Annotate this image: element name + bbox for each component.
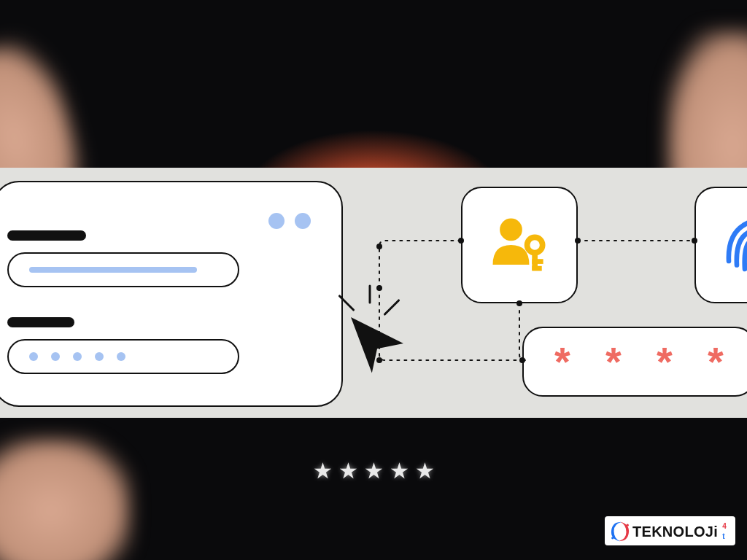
star-icon: ★	[390, 458, 409, 483]
password-label-placeholder	[7, 317, 74, 327]
fingerprint-icon	[713, 205, 747, 285]
asterisk-icon: *	[554, 341, 570, 382]
svg-point-1	[527, 237, 543, 252]
star-icon: ★	[415, 458, 435, 483]
login-card	[0, 181, 343, 407]
asterisk-icon: *	[708, 341, 724, 382]
password-dot	[51, 352, 60, 361]
asterisk-icon: *	[605, 341, 622, 382]
password-dot	[29, 352, 38, 361]
svg-point-13	[626, 524, 628, 526]
svg-point-14	[611, 537, 614, 539]
user-key-icon	[484, 210, 554, 280]
asterisk-icon: *	[657, 341, 673, 382]
password-field-group	[7, 317, 239, 374]
brand-swirl-icon	[608, 519, 632, 544]
watermark-logo: TEKNOLOJi 4 t	[605, 516, 735, 545]
svg-point-5	[376, 285, 382, 291]
svg-point-6	[376, 244, 382, 249]
svg-rect-4	[532, 266, 541, 271]
cursor-click-icon	[328, 293, 423, 388]
password-dot	[73, 352, 82, 361]
rating-stars: ★ ★ ★ ★ ★	[0, 458, 747, 483]
password-asterisks-tile: * * * *	[522, 327, 747, 397]
svg-rect-3	[532, 259, 543, 264]
star-icon: ★	[313, 458, 333, 483]
hand-blur-bottom-left	[0, 438, 131, 560]
brand-suffix-bottom: t	[719, 532, 729, 542]
svg-point-0	[500, 219, 522, 241]
illustration-panel: * * * *	[0, 168, 747, 418]
username-value-placeholder	[29, 267, 197, 273]
password-input[interactable]	[7, 339, 239, 374]
window-dot	[295, 213, 311, 229]
fingerprint-tile	[694, 187, 747, 303]
username-input[interactable]	[7, 252, 239, 287]
window-dot	[268, 213, 285, 229]
username-field-group	[7, 230, 239, 287]
background-top	[0, 0, 747, 168]
star-icon: ★	[338, 458, 358, 483]
password-dot	[95, 352, 104, 361]
passkey-tile	[461, 187, 578, 303]
brand-suffix-top: 4	[719, 521, 729, 532]
username-label-placeholder	[7, 230, 86, 241]
window-controls	[268, 213, 311, 229]
brand-name: TEKNOLOJi	[632, 524, 718, 540]
password-dot	[117, 352, 125, 361]
star-icon: ★	[364, 458, 384, 483]
